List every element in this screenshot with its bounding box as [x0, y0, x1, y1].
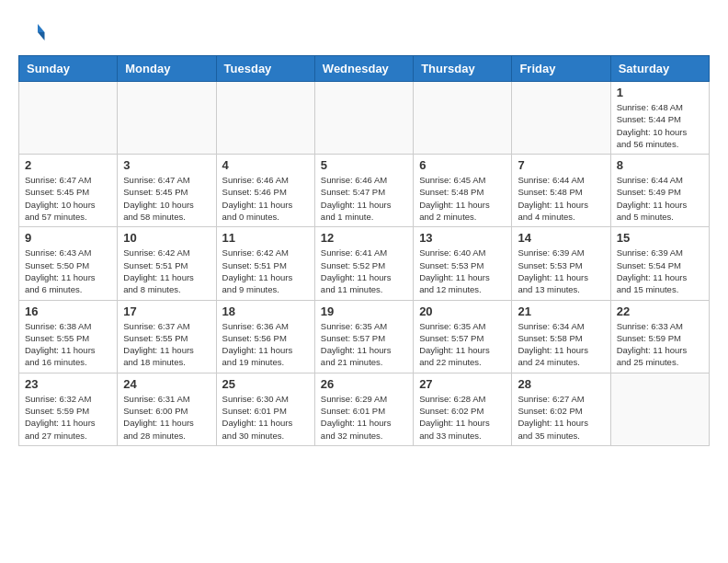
- calendar-cell: 17Sunrise: 6:37 AM Sunset: 5:55 PM Dayli…: [118, 300, 216, 373]
- weekday-header-monday: Monday: [118, 56, 216, 82]
- day-number: 11: [222, 231, 309, 245]
- calendar-cell: [216, 82, 314, 155]
- day-info: Sunrise: 6:47 AM Sunset: 5:45 PM Dayligh…: [123, 174, 210, 223]
- day-info: Sunrise: 6:34 AM Sunset: 5:58 PM Dayligh…: [518, 320, 604, 369]
- calendar-cell: 12Sunrise: 6:41 AM Sunset: 5:52 PM Dayli…: [314, 227, 413, 300]
- day-number: 10: [123, 231, 210, 245]
- calendar-cell: 22Sunrise: 6:33 AM Sunset: 5:59 PM Dayli…: [610, 300, 709, 373]
- calendar-cell: 2Sunrise: 6:47 AM Sunset: 5:45 PM Daylig…: [19, 155, 118, 227]
- calendar-week-row: 23Sunrise: 6:32 AM Sunset: 5:59 PM Dayli…: [19, 373, 710, 445]
- calendar-cell: 18Sunrise: 6:36 AM Sunset: 5:56 PM Dayli…: [216, 300, 314, 373]
- day-number: 17: [123, 304, 210, 318]
- calendar-cell: 6Sunrise: 6:45 AM Sunset: 5:48 PM Daylig…: [414, 155, 512, 227]
- day-number: 2: [25, 158, 111, 172]
- day-info: Sunrise: 6:42 AM Sunset: 5:51 PM Dayligh…: [123, 247, 210, 295]
- day-number: 26: [321, 377, 407, 391]
- day-number: 8: [617, 158, 703, 172]
- weekday-header-saturday: Saturday: [610, 56, 709, 82]
- day-number: 23: [25, 377, 111, 391]
- calendar-week-row: 1Sunrise: 6:48 AM Sunset: 5:44 PM Daylig…: [19, 82, 710, 155]
- calendar-cell: 27Sunrise: 6:28 AM Sunset: 6:02 PM Dayli…: [414, 373, 512, 445]
- calendar-cell: 3Sunrise: 6:47 AM Sunset: 5:45 PM Daylig…: [118, 155, 216, 227]
- logo: [18, 18, 50, 46]
- calendar-cell: [610, 373, 709, 445]
- day-number: 7: [518, 158, 604, 172]
- calendar-cell: 9Sunrise: 6:43 AM Sunset: 5:50 PM Daylig…: [19, 227, 118, 300]
- calendar-cell: 20Sunrise: 6:35 AM Sunset: 5:57 PM Dayli…: [414, 300, 512, 373]
- calendar-cell: 13Sunrise: 6:40 AM Sunset: 5:53 PM Dayli…: [414, 227, 512, 300]
- calendar-cell: 15Sunrise: 6:39 AM Sunset: 5:54 PM Dayli…: [610, 227, 709, 300]
- day-number: 4: [222, 158, 309, 172]
- day-info: Sunrise: 6:27 AM Sunset: 6:02 PM Dayligh…: [518, 393, 604, 442]
- calendar-week-row: 16Sunrise: 6:38 AM Sunset: 5:55 PM Dayli…: [19, 300, 710, 373]
- calendar-cell: 24Sunrise: 6:31 AM Sunset: 6:00 PM Dayli…: [118, 373, 216, 445]
- day-number: 27: [419, 377, 506, 391]
- weekday-header-wednesday: Wednesday: [314, 56, 413, 82]
- calendar-cell: 5Sunrise: 6:46 AM Sunset: 5:47 PM Daylig…: [314, 155, 413, 227]
- day-info: Sunrise: 6:45 AM Sunset: 5:48 PM Dayligh…: [419, 174, 506, 223]
- day-number: 25: [222, 377, 309, 391]
- calendar-cell: [19, 82, 118, 155]
- day-info: Sunrise: 6:31 AM Sunset: 6:00 PM Dayligh…: [123, 393, 210, 442]
- day-info: Sunrise: 6:41 AM Sunset: 5:52 PM Dayligh…: [321, 247, 407, 295]
- day-info: Sunrise: 6:38 AM Sunset: 5:55 PM Dayligh…: [25, 320, 111, 369]
- calendar-cell: 8Sunrise: 6:44 AM Sunset: 5:49 PM Daylig…: [610, 155, 709, 227]
- day-info: Sunrise: 6:44 AM Sunset: 5:48 PM Dayligh…: [518, 174, 604, 223]
- calendar-cell: 14Sunrise: 6:39 AM Sunset: 5:53 PM Dayli…: [512, 227, 610, 300]
- calendar-cell: 25Sunrise: 6:30 AM Sunset: 6:01 PM Dayli…: [216, 373, 314, 445]
- calendar-cell: [314, 82, 413, 155]
- day-info: Sunrise: 6:35 AM Sunset: 5:57 PM Dayligh…: [321, 320, 407, 369]
- day-info: Sunrise: 6:48 AM Sunset: 5:44 PM Dayligh…: [617, 101, 703, 150]
- day-info: Sunrise: 6:32 AM Sunset: 5:59 PM Dayligh…: [25, 393, 111, 442]
- day-number: 18: [222, 304, 309, 318]
- day-number: 21: [518, 304, 604, 318]
- day-info: Sunrise: 6:43 AM Sunset: 5:50 PM Dayligh…: [25, 247, 111, 295]
- day-number: 5: [321, 158, 407, 172]
- day-info: Sunrise: 6:33 AM Sunset: 5:59 PM Dayligh…: [617, 320, 703, 369]
- page-header: [18, 18, 710, 46]
- calendar-cell: 11Sunrise: 6:42 AM Sunset: 5:51 PM Dayli…: [216, 227, 314, 300]
- day-number: 1: [617, 86, 703, 99]
- day-number: 3: [123, 158, 210, 172]
- day-number: 9: [25, 231, 111, 245]
- calendar-week-row: 2Sunrise: 6:47 AM Sunset: 5:45 PM Daylig…: [19, 155, 710, 227]
- calendar-cell: [118, 82, 216, 155]
- day-info: Sunrise: 6:30 AM Sunset: 6:01 PM Dayligh…: [222, 393, 309, 442]
- day-number: 20: [419, 304, 506, 318]
- day-number: 12: [321, 231, 407, 245]
- weekday-header-row: SundayMondayTuesdayWednesdayThursdayFrid…: [19, 56, 710, 82]
- day-number: 22: [617, 304, 703, 318]
- calendar-cell: 28Sunrise: 6:27 AM Sunset: 6:02 PM Dayli…: [512, 373, 610, 445]
- day-info: Sunrise: 6:40 AM Sunset: 5:53 PM Dayligh…: [419, 247, 506, 295]
- day-info: Sunrise: 6:28 AM Sunset: 6:02 PM Dayligh…: [419, 393, 506, 442]
- calendar-cell: 23Sunrise: 6:32 AM Sunset: 5:59 PM Dayli…: [19, 373, 118, 445]
- weekday-header-thursday: Thursday: [414, 56, 512, 82]
- calendar-cell: 4Sunrise: 6:46 AM Sunset: 5:46 PM Daylig…: [216, 155, 314, 227]
- calendar-cell: 10Sunrise: 6:42 AM Sunset: 5:51 PM Dayli…: [118, 227, 216, 300]
- day-number: 13: [419, 231, 506, 245]
- day-info: Sunrise: 6:35 AM Sunset: 5:57 PM Dayligh…: [419, 320, 506, 369]
- weekday-header-sunday: Sunday: [19, 56, 118, 82]
- day-info: Sunrise: 6:39 AM Sunset: 5:54 PM Dayligh…: [617, 247, 703, 295]
- day-info: Sunrise: 6:37 AM Sunset: 5:55 PM Dayligh…: [123, 320, 210, 369]
- calendar-cell: 26Sunrise: 6:29 AM Sunset: 6:01 PM Dayli…: [314, 373, 413, 445]
- weekday-header-tuesday: Tuesday: [216, 56, 314, 82]
- day-info: Sunrise: 6:46 AM Sunset: 5:47 PM Dayligh…: [321, 174, 407, 223]
- day-info: Sunrise: 6:47 AM Sunset: 5:45 PM Dayligh…: [25, 174, 111, 223]
- day-number: 28: [518, 377, 604, 391]
- day-info: Sunrise: 6:36 AM Sunset: 5:56 PM Dayligh…: [222, 320, 309, 369]
- svg-marker-1: [38, 32, 45, 40]
- calendar-cell: 19Sunrise: 6:35 AM Sunset: 5:57 PM Dayli…: [314, 300, 413, 373]
- day-number: 6: [419, 158, 506, 172]
- day-info: Sunrise: 6:42 AM Sunset: 5:51 PM Dayligh…: [222, 247, 309, 295]
- day-info: Sunrise: 6:46 AM Sunset: 5:46 PM Dayligh…: [222, 174, 309, 223]
- calendar-cell: 21Sunrise: 6:34 AM Sunset: 5:58 PM Dayli…: [512, 300, 610, 373]
- day-number: 24: [123, 377, 210, 391]
- calendar-cell: 16Sunrise: 6:38 AM Sunset: 5:55 PM Dayli…: [19, 300, 118, 373]
- day-number: 19: [321, 304, 407, 318]
- day-info: Sunrise: 6:39 AM Sunset: 5:53 PM Dayligh…: [518, 247, 604, 295]
- day-info: Sunrise: 6:29 AM Sunset: 6:01 PM Dayligh…: [321, 393, 407, 442]
- day-number: 16: [25, 304, 111, 318]
- calendar-table: SundayMondayTuesdayWednesdayThursdayFrid…: [18, 55, 710, 446]
- day-number: 14: [518, 231, 604, 245]
